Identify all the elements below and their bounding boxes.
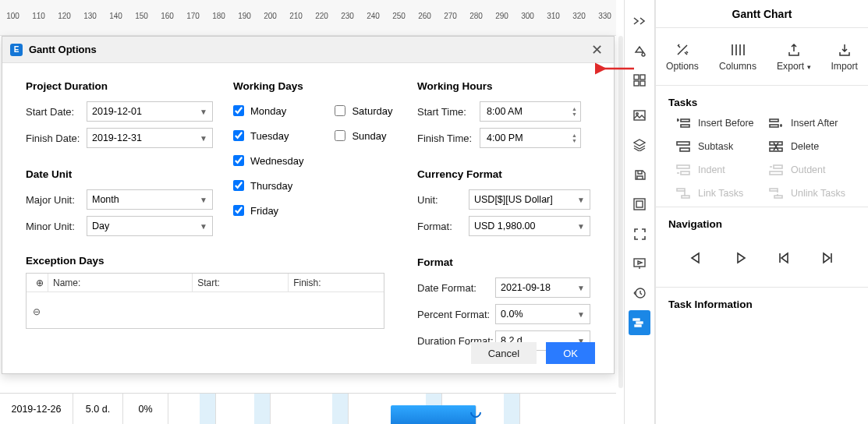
grid-icon[interactable] xyxy=(629,68,650,93)
close-icon[interactable]: ✕ xyxy=(588,41,606,58)
tab-import[interactable]: Import xyxy=(831,42,858,72)
currency-format-select[interactable]: USD 1,980.00▼ xyxy=(469,216,590,236)
tab-export[interactable]: Export ▾ xyxy=(777,42,811,72)
svg-rect-5 xyxy=(634,111,645,120)
finish-date-label: Finish Date: xyxy=(26,132,87,144)
currency-unit-label: Unit: xyxy=(417,194,469,206)
ruler: 1001101201301401501601701801902002102202… xyxy=(0,12,616,35)
day-tuesday[interactable]: Tuesday xyxy=(233,123,303,148)
paint-icon[interactable] xyxy=(629,38,650,63)
svg-rect-2 xyxy=(640,75,645,80)
gantt-icon[interactable] xyxy=(629,310,650,335)
gantt-bar[interactable] xyxy=(391,405,477,424)
ok-button[interactable]: OK xyxy=(546,342,595,364)
day-wednesday[interactable]: Wednesday xyxy=(233,148,303,173)
expand-icon[interactable] xyxy=(629,9,650,34)
gantt-options-dialog: E Gantt Options ✕ Project Duration Start… xyxy=(2,36,615,374)
gantt-cell-date: 2019-12-26 xyxy=(0,394,73,424)
working-hours-title: Working Hours xyxy=(417,80,590,92)
svg-rect-13 xyxy=(635,325,641,327)
svg-rect-20 xyxy=(770,142,782,145)
task-outdent: Outdent xyxy=(769,164,856,175)
vertical-toolbar xyxy=(624,0,655,424)
finish-date-picker[interactable]: 2019-12-31▼ xyxy=(87,128,213,148)
day-sunday[interactable]: Sunday xyxy=(335,123,392,148)
history-icon[interactable] xyxy=(629,281,650,306)
day-thursday[interactable]: Thursday xyxy=(233,173,303,198)
ruler-area: 1001101201301401501601701801902002102202… xyxy=(0,0,616,36)
start-time-label: Start Time: xyxy=(417,106,480,118)
minor-unit-label: Minor Unit: xyxy=(26,221,87,232)
date-unit-title: Date Unit xyxy=(26,168,213,180)
tasks-section-title: Tasks xyxy=(668,97,856,108)
svg-rect-18 xyxy=(677,142,689,145)
svg-rect-29 xyxy=(774,196,782,198)
save-icon[interactable] xyxy=(629,162,650,187)
date-format-select[interactable]: 2021-09-18▼ xyxy=(495,277,590,298)
currency-format-label: Format: xyxy=(417,221,469,232)
layers-icon[interactable] xyxy=(629,132,650,157)
svg-rect-3 xyxy=(634,81,639,86)
exception-col-start: Start: xyxy=(193,274,289,292)
svg-rect-11 xyxy=(633,319,639,320)
side-panel: Gantt Chart Options Columns Export ▾ Imp… xyxy=(655,0,868,424)
exception-add-icon[interactable]: ⊕ xyxy=(27,274,48,292)
svg-rect-14 xyxy=(681,119,689,122)
svg-rect-8 xyxy=(636,201,643,207)
major-unit-select[interactable]: Month▼ xyxy=(87,189,213,210)
svg-rect-26 xyxy=(677,189,685,191)
svg-rect-21 xyxy=(770,148,782,151)
svg-point-6 xyxy=(636,113,639,115)
gantt-cell-percent: 0% xyxy=(123,394,168,424)
format-title: Format xyxy=(417,256,590,268)
tab-columns[interactable]: Columns xyxy=(719,42,756,72)
svg-rect-28 xyxy=(770,189,778,191)
side-panel-title: Gantt Chart xyxy=(656,0,868,28)
exception-table[interactable]: ⊕ Name: Start: Finish: ⊖ xyxy=(26,273,384,329)
image-icon[interactable] xyxy=(629,103,650,128)
tab-options[interactable]: Options xyxy=(666,42,699,72)
task-info-section-title: Task Information xyxy=(668,299,856,310)
fullscreen-icon[interactable] xyxy=(629,221,650,246)
task-insert-before[interactable]: Insert Before xyxy=(676,118,763,129)
major-unit-label: Major Unit: xyxy=(26,194,87,206)
cancel-button[interactable]: Cancel xyxy=(471,342,537,364)
svg-rect-9 xyxy=(634,259,645,267)
day-friday[interactable]: Friday xyxy=(233,198,303,223)
exception-remove-icon[interactable]: ⊖ xyxy=(33,306,41,317)
currency-format-title: Currency Format xyxy=(417,168,590,180)
nav-next-icon[interactable] xyxy=(728,247,753,271)
day-monday[interactable]: Monday xyxy=(233,98,303,123)
start-date-label: Start Date: xyxy=(26,106,87,118)
percent-format-label: Percent Format: xyxy=(417,309,495,320)
task-indent: Indent xyxy=(676,164,763,175)
present-icon[interactable] xyxy=(629,251,650,276)
svg-rect-17 xyxy=(770,125,778,127)
nav-first-icon[interactable] xyxy=(771,247,796,271)
minor-unit-select[interactable]: Day▼ xyxy=(87,216,213,236)
content-scrollbar[interactable] xyxy=(618,36,623,388)
nav-last-icon[interactable] xyxy=(815,247,840,271)
date-format-label: Date Format: xyxy=(417,282,495,294)
svg-rect-1 xyxy=(634,75,639,80)
svg-rect-27 xyxy=(682,196,689,198)
task-subtask[interactable]: Subtask xyxy=(676,141,763,152)
app-icon: E xyxy=(10,44,23,56)
svg-rect-19 xyxy=(680,148,689,151)
task-insert-after[interactable]: Insert After xyxy=(769,118,856,129)
task-delete[interactable]: Delete xyxy=(769,141,856,152)
svg-rect-25 xyxy=(770,171,782,175)
svg-rect-22 xyxy=(677,165,689,168)
svg-rect-12 xyxy=(636,322,643,323)
svg-rect-23 xyxy=(681,171,689,175)
start-date-picker[interactable]: 2019-12-01▼ xyxy=(87,101,213,122)
component-icon[interactable] xyxy=(629,192,650,217)
start-time-input[interactable]: 8:00 AM ▲▼ xyxy=(480,101,581,122)
task-unlink: Unlink Tasks xyxy=(769,188,856,199)
day-saturday[interactable]: Saturday xyxy=(335,98,392,123)
exception-col-finish: Finish: xyxy=(289,274,384,292)
currency-unit-select[interactable]: USD[$][US Dollar]▼ xyxy=(469,189,590,210)
finish-time-input[interactable]: 4:00 PM ▲▼ xyxy=(480,128,581,148)
nav-prev-icon[interactable] xyxy=(684,247,709,271)
percent-format-select[interactable]: 0.0%▼ xyxy=(495,304,590,324)
